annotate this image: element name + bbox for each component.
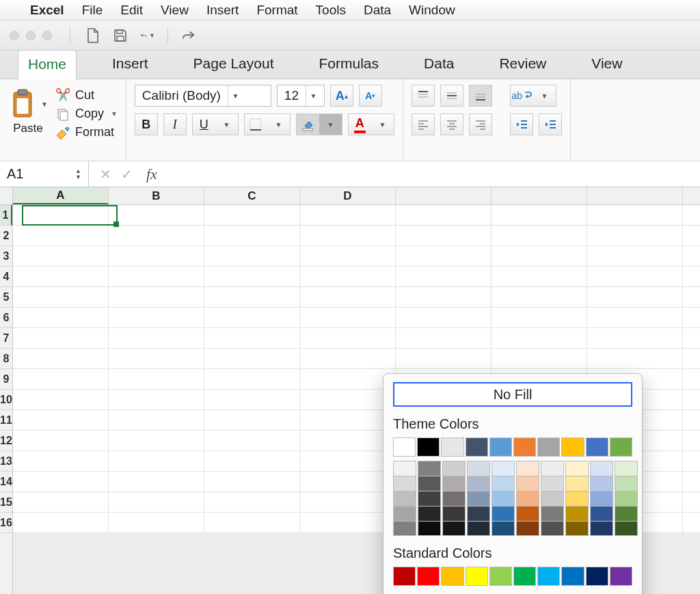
color-swatch[interactable]	[516, 521, 539, 536]
color-swatch[interactable]	[516, 506, 539, 521]
color-swatch[interactable]	[393, 491, 416, 506]
column-header[interactable]: H	[683, 187, 700, 204]
color-swatch[interactable]	[565, 506, 589, 521]
cell[interactable]	[204, 410, 300, 431]
cell[interactable]	[204, 226, 300, 246]
font-name-combo[interactable]: Calibri (Body) ▼	[135, 85, 271, 107]
color-swatch[interactable]	[541, 461, 564, 476]
color-swatch[interactable]	[541, 476, 564, 491]
cell[interactable]	[300, 287, 396, 308]
new-file-icon[interactable]	[85, 28, 100, 43]
color-swatch[interactable]	[615, 506, 638, 521]
font-size-combo[interactable]: 12 ▼	[277, 85, 325, 107]
tab-page-layout[interactable]: Page Layout	[184, 50, 284, 79]
cell[interactable]	[492, 267, 587, 287]
cell[interactable]	[396, 308, 492, 328]
color-swatch[interactable]	[417, 567, 440, 586]
color-swatch[interactable]	[466, 567, 488, 586]
cell[interactable]	[587, 226, 683, 246]
cell[interactable]	[300, 513, 396, 533]
wrap-text-dropdown-icon[interactable]: ▼	[533, 85, 556, 107]
cell[interactable]	[109, 328, 204, 349]
cell[interactable]	[300, 226, 396, 246]
color-swatch[interactable]	[537, 437, 560, 457]
cell[interactable]	[13, 513, 109, 533]
color-swatch[interactable]	[467, 476, 490, 491]
underline-button[interactable]: U	[192, 113, 215, 135]
menu-format[interactable]: Format	[256, 3, 297, 18]
color-swatch[interactable]	[565, 476, 589, 491]
row-header[interactable]: 2	[0, 226, 12, 246]
cell[interactable]	[683, 267, 700, 287]
color-swatch[interactable]	[513, 437, 536, 457]
cell[interactable]	[13, 226, 109, 246]
cell[interactable]	[109, 410, 204, 431]
column-header[interactable]	[492, 187, 587, 204]
color-swatch[interactable]	[565, 491, 589, 506]
cell[interactable]	[204, 492, 300, 513]
color-swatch[interactable]	[565, 461, 589, 476]
cell[interactable]	[683, 410, 700, 431]
cell[interactable]	[204, 369, 300, 390]
cell[interactable]	[396, 226, 492, 246]
minimize-window-button[interactable]	[26, 31, 36, 40]
color-swatch[interactable]	[393, 461, 416, 476]
row-header[interactable]: 14	[0, 472, 12, 492]
menu-view[interactable]: View	[161, 3, 189, 18]
row-header[interactable]: 7	[0, 328, 12, 349]
row-header[interactable]: 1	[0, 205, 12, 226]
color-swatch[interactable]	[418, 506, 441, 521]
cell[interactable]	[109, 390, 204, 410]
cell[interactable]	[683, 390, 700, 410]
row-header[interactable]: 6	[0, 308, 12, 328]
color-swatch[interactable]	[418, 476, 441, 491]
cell[interactable]	[587, 246, 683, 267]
cell[interactable]	[109, 431, 204, 451]
cell[interactable]	[13, 451, 109, 472]
row-header[interactable]: 9	[0, 369, 12, 390]
cell[interactable]	[204, 472, 300, 492]
color-swatch[interactable]	[541, 506, 564, 521]
cell[interactable]	[683, 349, 700, 369]
color-swatch[interactable]	[541, 491, 564, 506]
font-color-dropdown-icon[interactable]: ▼	[371, 113, 394, 135]
color-swatch[interactable]	[610, 567, 632, 586]
cell[interactable]	[204, 349, 300, 369]
row-header[interactable]: 8	[0, 349, 12, 369]
color-swatch[interactable]	[492, 476, 515, 491]
color-swatch[interactable]	[467, 521, 490, 536]
cell[interactable]	[109, 287, 204, 308]
cell[interactable]	[683, 226, 700, 246]
tab-insert[interactable]: Insert	[103, 50, 158, 79]
cell[interactable]	[683, 472, 700, 492]
cell[interactable]	[109, 267, 204, 287]
cell[interactable]	[683, 308, 700, 328]
cell[interactable]	[204, 513, 300, 533]
color-swatch[interactable]	[489, 437, 512, 457]
accept-formula-icon[interactable]: ✓	[121, 166, 133, 183]
row-header[interactable]: 11	[0, 410, 12, 431]
color-swatch[interactable]	[442, 461, 466, 476]
color-swatch[interactable]	[393, 521, 416, 536]
color-swatch[interactable]	[492, 491, 515, 506]
cell[interactable]	[587, 205, 683, 226]
menu-edit[interactable]: Edit	[120, 3, 143, 18]
cell[interactable]	[204, 287, 300, 308]
cell[interactable]	[683, 246, 700, 267]
column-header[interactable]: C	[204, 187, 300, 204]
cell[interactable]	[396, 205, 492, 226]
cell[interactable]	[204, 308, 300, 328]
no-fill-option[interactable]: No Fill	[393, 382, 632, 407]
tab-formulas[interactable]: Formulas	[310, 50, 389, 79]
color-swatch[interactable]	[590, 521, 613, 536]
color-swatch[interactable]	[442, 491, 466, 506]
cell[interactable]	[683, 451, 700, 472]
align-left-button[interactable]	[412, 113, 435, 135]
cell[interactable]	[204, 205, 300, 226]
cell[interactable]	[683, 328, 700, 349]
increase-font-button[interactable]: A▴	[330, 85, 353, 107]
chevron-down-icon[interactable]: ▼	[228, 85, 243, 106]
fx-icon[interactable]: fx	[146, 165, 157, 183]
color-swatch[interactable]	[586, 567, 608, 586]
color-swatch[interactable]	[417, 437, 440, 457]
